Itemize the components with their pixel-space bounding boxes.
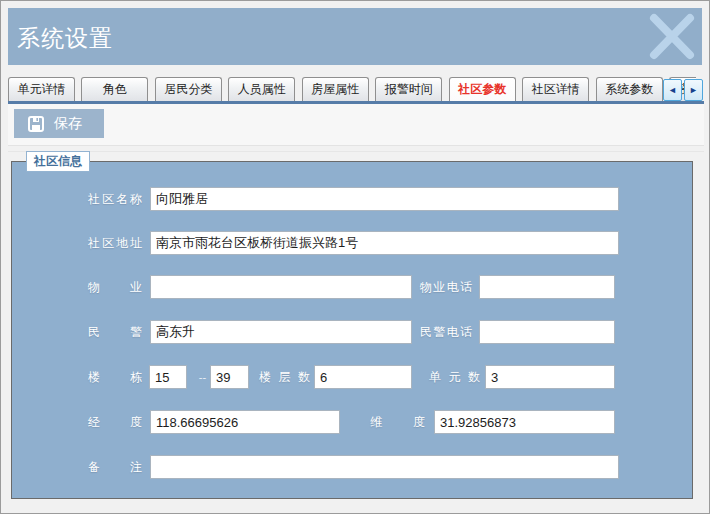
content-separator [8,151,704,152]
group-title: 社区信息 [26,151,90,172]
close-button[interactable] [645,12,699,62]
tab-system-params[interactable]: 系统参数 [596,77,663,101]
floors-input[interactable] [314,365,412,389]
save-icon [27,115,45,133]
system-settings-window: 系统设置 单元详情 角色 居民分类 人员属性 房屋属性 报警时间 社区参数 社区… [0,0,710,514]
property-label: 物业 [88,275,142,299]
units-label: 单元数 [429,365,480,389]
community-address-input[interactable] [150,231,619,255]
community-info-group: 社区信息 社区名称 社区地址 物业 物业电话 民警 民警电话 楼栋 -- 楼层数… [11,161,693,499]
property-phone-label: 物业电话 [420,275,472,299]
scroll-right-icon: ► [689,85,698,95]
latitude-label: 维度 [370,410,425,434]
tab-role[interactable]: 角色 [81,77,148,101]
remark-input[interactable] [150,455,619,479]
remark-label: 备注 [88,455,142,479]
longitude-label: 经度 [88,410,142,434]
building-to-input[interactable] [210,365,249,389]
property-input[interactable] [150,275,412,299]
tab-person-attribute[interactable]: 人员属性 [228,77,295,101]
police-input[interactable] [150,320,412,344]
tab-bar: 单元详情 角色 居民分类 人员属性 房屋属性 报警时间 社区参数 社区详情 系统… [8,77,704,101]
units-input[interactable] [485,365,615,389]
save-button[interactable]: 保存 [14,109,104,138]
titlebar: 系统设置 [8,8,702,65]
tab-scroll-right-button[interactable]: ► [684,79,703,101]
community-name-input[interactable] [150,187,619,211]
close-icon [645,12,699,62]
building-range-separator: -- [195,365,210,389]
police-phone-label: 民警电话 [420,320,472,344]
floors-label: 楼层数 [259,365,310,389]
toolbar: 保存 [8,104,704,146]
tab-scroll-left-button[interactable]: ◄ [663,79,682,101]
property-phone-input[interactable] [479,275,615,299]
community-name-label: 社区名称 [88,187,142,211]
scroll-left-icon: ◄ [668,85,677,95]
building-label: 楼栋 [88,365,142,389]
tab-resident-category[interactable]: 居民分类 [155,77,222,101]
latitude-input[interactable] [434,410,615,434]
community-address-label: 社区地址 [88,231,142,255]
tab-unit-detail[interactable]: 单元详情 [8,77,75,101]
building-from-input[interactable] [149,365,187,389]
tab-house-attribute[interactable]: 房屋属性 [302,77,369,101]
police-phone-input[interactable] [479,320,615,344]
tab-community-params[interactable]: 社区参数 [449,77,516,101]
tab-alarm-time[interactable]: 报警时间 [375,77,442,101]
police-label: 民警 [88,320,142,344]
window-title: 系统设置 [17,23,113,54]
tab-community-detail[interactable]: 社区详情 [522,77,589,101]
save-button-label: 保存 [54,115,82,133]
longitude-input[interactable] [150,410,340,434]
